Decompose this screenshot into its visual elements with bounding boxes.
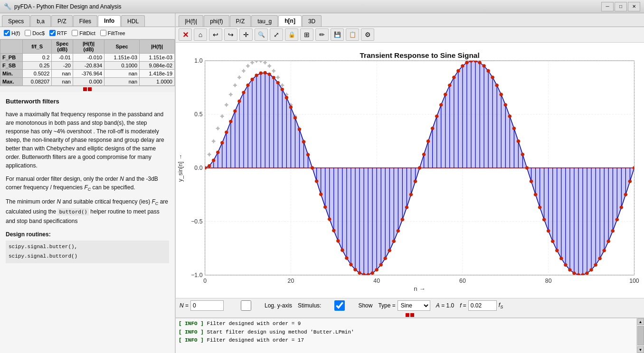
plot-area: Transient Response to Sine Signal	[176, 43, 644, 298]
svg-point-186	[461, 64, 464, 67]
red-sq-2	[410, 313, 414, 317]
svg-point-202	[530, 180, 533, 183]
svg-point-150	[306, 153, 310, 156]
plot-tab-row: |H(f)| phi(f) P/Z tau_g h[n] 3D	[176, 13, 644, 27]
svg-point-215	[585, 271, 588, 275]
svg-point-132	[229, 120, 232, 123]
svg-point-153	[319, 193, 322, 196]
tab-files[interactable]: Files	[73, 15, 97, 27]
svg-point-225	[628, 180, 632, 183]
svg-point-207	[551, 240, 554, 243]
row-label-fsb: F_SB	[0, 62, 23, 70]
left-panel: Specs b,a P/Z Files Info HDL H(f) Doc$ R…	[0, 13, 176, 353]
home-button[interactable]: ⌂	[194, 28, 207, 41]
table-row: F_SB 0.25 -20 -20.834 0.1000 9.084e-02	[0, 62, 175, 70]
checkbox-filttree[interactable]: FiltTree	[100, 30, 125, 36]
filtdict-checkbox[interactable]	[72, 30, 78, 36]
svg-text:−1.0: −1.0	[191, 272, 202, 279]
svg-point-154	[323, 205, 327, 209]
svg-point-141	[268, 73, 271, 76]
close-button[interactable]: ✕	[179, 28, 192, 41]
settings-button[interactable]: ⚙	[361, 28, 374, 41]
red-marker	[0, 86, 175, 92]
tab-pz[interactable]: P/Z	[51, 15, 73, 27]
svg-point-220	[607, 240, 610, 243]
minimize-button[interactable]: ─	[601, 2, 614, 11]
log-y-label: Log. y-axis	[265, 302, 292, 309]
type-field: Type = Sine Step Impulse Noise	[378, 300, 430, 311]
svg-point-167	[379, 263, 383, 267]
docs-checkbox[interactable]	[25, 30, 31, 36]
amplitude-label: A = 1.0	[436, 302, 454, 309]
amplitude-field: A = 1.0	[436, 302, 454, 309]
grid-button[interactable]: ⊞	[300, 28, 313, 41]
frequency-label: f =	[460, 302, 466, 309]
svg-point-128	[212, 158, 215, 162]
save-button[interactable]: 💾	[331, 28, 344, 41]
svg-point-151	[311, 166, 314, 169]
svg-point-168	[384, 257, 387, 260]
svg-point-157	[336, 239, 340, 242]
scroll-up-button[interactable]: ▲	[637, 318, 644, 325]
hf-checkbox[interactable]	[4, 30, 10, 36]
tab-specs[interactable]: Specs	[2, 15, 30, 27]
y-axis-label: y_sin[n] →	[177, 154, 184, 182]
svg-point-169	[388, 249, 391, 252]
filttree-checkbox[interactable]	[100, 30, 106, 36]
svg-text:0.5: 0.5	[194, 111, 202, 118]
tab-phi-f[interactable]: phi(f)	[204, 15, 229, 27]
zoom-rect-button[interactable]: ⤢	[270, 28, 283, 41]
info-para-2: For manual order filter design, only the…	[6, 175, 169, 193]
svg-point-155	[328, 217, 331, 221]
svg-point-216	[589, 268, 593, 271]
pan-button[interactable]: ✛	[239, 28, 253, 41]
tab-tau-g[interactable]: tau_g	[251, 15, 278, 27]
tab-pz-plot[interactable]: P/Z	[230, 15, 251, 27]
zoom-button[interactable]: 🔍	[255, 28, 268, 41]
frequency-input[interactable]	[468, 300, 497, 311]
back-button[interactable]: ↩	[209, 28, 222, 41]
svg-point-222	[616, 218, 619, 221]
svg-point-162	[358, 271, 361, 275]
row-hf-max: 1.0000	[140, 78, 175, 86]
svg-point-226	[633, 166, 636, 169]
row-specdb-max: nan	[52, 78, 73, 86]
show-checkbox[interactable]	[323, 300, 356, 311]
svg-point-175	[414, 180, 417, 183]
svg-text:−0.5: −0.5	[191, 218, 202, 225]
checkbox-filtdict[interactable]: FiltDict	[72, 30, 95, 36]
lock-button[interactable]: 🔒	[285, 28, 298, 41]
checkbox-hf[interactable]: H(f)	[4, 30, 20, 36]
tab-ba[interactable]: b,a	[30, 15, 51, 27]
tab-3d[interactable]: 3D	[302, 15, 322, 27]
svg-text:80: 80	[545, 278, 552, 284]
svg-point-203	[534, 193, 537, 196]
svg-point-209	[559, 257, 563, 260]
bottom-bar: N = Log. y-axis Stimulus: Show Type = Si…	[176, 298, 644, 313]
forward-button[interactable]: ↪	[224, 28, 237, 41]
svg-point-143	[276, 81, 280, 84]
scroll-thumb[interactable]	[637, 326, 644, 345]
svg-point-178	[426, 139, 430, 143]
copy-button[interactable]: 📋	[346, 28, 359, 41]
scroll-down-button[interactable]: ▼	[637, 346, 644, 353]
close-button[interactable]: ✕	[628, 2, 640, 11]
tab-info[interactable]: Info	[98, 15, 121, 27]
svg-point-223	[620, 205, 623, 209]
col-header-label	[0, 40, 23, 54]
type-select[interactable]: Sine Step Impulse Noise	[398, 300, 430, 311]
maximize-button[interactable]: □	[615, 2, 627, 11]
checkbox-rtf[interactable]: RTF	[49, 30, 67, 36]
draw-button[interactable]: ✏	[315, 28, 329, 41]
svg-point-171	[397, 229, 400, 232]
svg-point-129	[216, 151, 219, 154]
tab-hn[interactable]: h[n]	[278, 15, 302, 27]
svg-point-181	[439, 103, 443, 106]
rtf-checkbox[interactable]	[49, 30, 56, 36]
svg-point-187	[465, 61, 468, 64]
tab-hdl[interactable]: HDL	[121, 15, 145, 27]
checkbox-docs[interactable]: Doc$	[25, 30, 45, 36]
n-input[interactable]	[190, 300, 224, 311]
log-y-checkbox[interactable]	[229, 300, 263, 311]
tab-hf-mag[interactable]: |H(f)|	[179, 15, 203, 27]
